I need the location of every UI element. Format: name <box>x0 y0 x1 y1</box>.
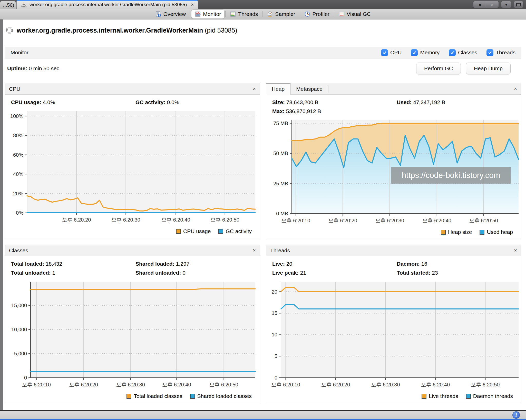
svg-text:오후 6:20:50: 오후 6:20:50 <box>209 382 238 387</box>
main-content: worker.org.gradle.process.internal.worke… <box>0 19 526 410</box>
legend-label: Heap size <box>448 229 472 235</box>
checkbox-label: Classes <box>458 49 477 56</box>
svg-text:100%: 100% <box>10 113 23 119</box>
legend-swatch <box>480 230 484 235</box>
window-tab-bar: ...56) worker.org.gradle.process.interna… <box>0 0 526 9</box>
maximize-icon <box>516 3 521 6</box>
panel-grid: CPU × CPU usage: 4.0% GC activity: 0.0% … <box>5 83 521 404</box>
svg-text:5: 5 <box>275 353 277 359</box>
close-icon[interactable]: × <box>253 86 256 92</box>
svg-text:40%: 40% <box>13 171 23 177</box>
legend-item: Daemon threads <box>466 393 513 399</box>
stat-total-loaded: Total loaded: 18,432 <box>11 259 135 268</box>
svg-text:오후 6:20:20: 오후 6:20:20 <box>328 218 357 223</box>
cpu-panel: CPU × CPU usage: 4.0% GC activity: 0.0% … <box>5 83 260 240</box>
legend-item: GC activity <box>218 228 252 234</box>
active-tab-highlight <box>17 0 198 1</box>
svg-text:0%: 0% <box>16 210 23 216</box>
tab-close-icon[interactable]: × <box>191 2 194 7</box>
toolbar-separator <box>262 11 262 17</box>
tab-sampler[interactable]: Sampler <box>264 10 298 18</box>
close-icon[interactable]: × <box>253 247 256 253</box>
stat-heap-max: Max: 536,870,912 B <box>272 107 397 116</box>
process-title-row: worker.org.gradle.process.internal.worke… <box>5 25 521 36</box>
page-title: worker.org.gradle.process.internal.worke… <box>17 27 203 34</box>
stat-shared-loaded: Shared loaded: 1,297 <box>135 259 260 268</box>
heap-dump-button[interactable]: Heap Dump <box>466 63 511 74</box>
svg-text:오후 6:20:40: 오후 6:20:40 <box>161 217 190 223</box>
legend-item: CPU usage <box>176 228 211 234</box>
tab-label: Visual GC <box>347 11 371 17</box>
close-icon[interactable]: × <box>514 86 517 92</box>
svg-text:0: 0 <box>24 375 27 381</box>
spinner-icon <box>6 26 13 34</box>
tab-label: Threads <box>238 11 258 17</box>
info-icon[interactable]: i <box>512 411 520 419</box>
overview-icon <box>155 11 161 17</box>
checkbox-label: CPU <box>390 49 402 56</box>
svg-text:75 MB: 75 MB <box>273 121 288 126</box>
svg-text:오후 6:20:30: 오후 6:20:30 <box>371 382 400 387</box>
checkbox-threads[interactable]: Threads <box>486 49 515 56</box>
maximize-button[interactable] <box>514 1 523 8</box>
tab-label: Profiler <box>313 11 330 17</box>
active-window-tab[interactable]: worker.org.gradle.process.internal.worke… <box>16 0 198 9</box>
toolbar-separator <box>190 11 190 17</box>
tab-metaspace[interactable]: Metaspace <box>290 83 328 95</box>
cpu-legend: CPU usageGC activity <box>5 226 260 237</box>
background-window-tab[interactable]: ...56) <box>0 1 16 9</box>
svg-text:80%: 80% <box>13 133 23 138</box>
legend-item: Live threads <box>422 393 458 399</box>
toolbar-separator <box>334 11 334 17</box>
stat-daemon: Daemon: 16 <box>397 259 521 268</box>
tab-threads[interactable]: Threads <box>227 10 261 18</box>
panel-title: Classes <box>9 247 28 254</box>
cpu-panel-header: CPU × <box>5 83 260 95</box>
classes-legend: Total loaded classesShared loaded classe… <box>5 391 260 402</box>
threads-chart: 05101520오후 6:20:10오후 6:20:20오후 6:20:30오후… <box>266 278 521 391</box>
checkbox-checked-icon <box>486 49 493 56</box>
tab-profiler[interactable]: Profiler <box>301 10 333 18</box>
monitor-section-bar: Monitor CPU Memory Classes Threads <box>5 47 521 58</box>
tab-heap[interactable]: Heap <box>266 83 290 95</box>
classes-stats: Total loaded: 18,432 Total unloaded: 1 S… <box>5 256 260 278</box>
uptime-label: Uptime: <box>7 65 27 71</box>
view-toolbar: Overview Monitor Threads Sampler Profile… <box>0 9 526 19</box>
svg-text:오후 6:20:20: 오후 6:20:20 <box>69 382 98 387</box>
perform-gc-button[interactable]: Perform GC <box>416 63 461 74</box>
nav-back-button[interactable]: ◀ <box>473 1 486 8</box>
tab-monitor[interactable]: Monitor <box>191 10 224 18</box>
tab-visual-gc[interactable]: Visual GC <box>335 10 374 18</box>
close-icon[interactable]: × <box>514 247 517 253</box>
checkbox-label: Threads <box>496 49 515 56</box>
stat-live: Live: 20 <box>272 259 397 268</box>
svg-text:오후 6:20:10: 오후 6:20:10 <box>271 382 300 387</box>
stat-live-peak: Live peak: 21 <box>272 268 397 277</box>
cpu-stats: CPU usage: 4.0% GC activity: 0.0% <box>5 95 260 108</box>
checkbox-memory[interactable]: Memory <box>411 49 440 56</box>
legend-swatch <box>466 394 471 399</box>
legend-label: CPU usage <box>183 228 211 234</box>
background-tab-label: ...56) <box>3 2 14 8</box>
tab-overview[interactable]: Overview <box>152 10 189 18</box>
watermark: https://code-boki.tistory.com <box>391 167 511 184</box>
window-bottom-edge <box>0 419 526 420</box>
checkbox-classes[interactable]: Classes <box>449 49 477 56</box>
svg-text:오후 6:20:50: 오후 6:20:50 <box>210 217 239 223</box>
panel-title: CPU <box>9 86 20 92</box>
svg-text:20%: 20% <box>13 191 23 196</box>
tab-label: Monitor <box>203 11 221 17</box>
nav-dropdown-button[interactable]: ▼ <box>501 1 511 8</box>
checkbox-checked-icon <box>381 49 388 56</box>
threads-legend: Live threadsDaemon threads <box>266 391 521 402</box>
legend-label: Total loaded classes <box>134 393 182 399</box>
threads-icon <box>230 11 236 17</box>
svg-text:5,000: 5,000 <box>14 351 27 356</box>
legend-swatch <box>190 394 195 399</box>
status-bar: i <box>0 410 526 419</box>
svg-text:0 MB: 0 MB <box>276 211 288 216</box>
nav-forward-button[interactable]: ▶ <box>486 1 499 8</box>
legend-label: Live threads <box>429 393 458 399</box>
legend-item: Used heap <box>480 229 513 235</box>
checkbox-cpu[interactable]: CPU <box>381 49 402 56</box>
